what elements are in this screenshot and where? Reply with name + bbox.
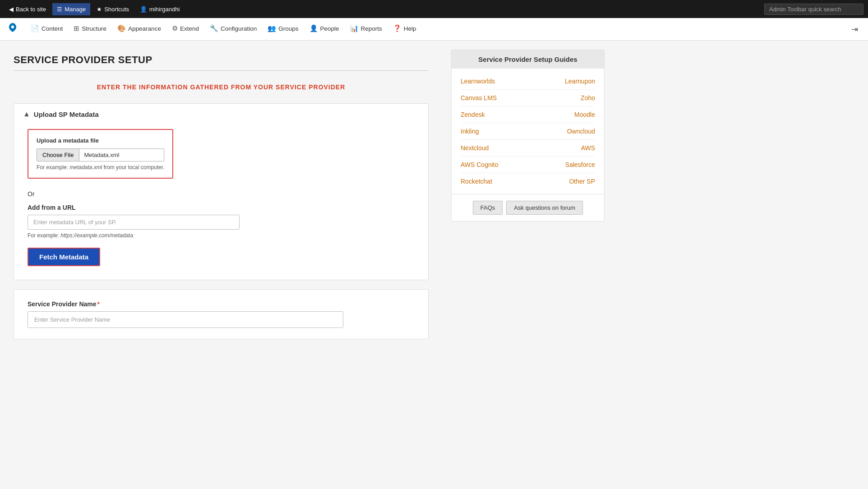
structure-icon: ⊞ — [74, 24, 79, 32]
sidebar-card: Service Provider Setup Guides Learnworld… — [451, 50, 605, 221]
user-button[interactable]: 👤 mihirgandhi — [135, 3, 184, 15]
sidebar-row-4: Nextcloud AWS — [461, 140, 595, 157]
upload-section-card: ▲ Upload SP Metadata Upload a metadata f… — [14, 103, 429, 280]
upload-file-box: Upload a metadata file Choose File Metad… — [28, 129, 173, 179]
admin-search-input[interactable] — [764, 4, 863, 15]
shortcuts-button[interactable]: ★ Shortcuts — [92, 3, 134, 15]
people-icon: 👤 — [309, 24, 318, 32]
nav-bar: 📄 Content ⊞ Structure 🎨 Appearance ⚙ Ext… — [0, 18, 868, 41]
sidebar-row-1: Canvas LMS Zoho — [461, 90, 595, 106]
fetch-metadata-button[interactable]: Fetch Metadata — [28, 248, 100, 266]
appearance-icon: 🎨 — [117, 24, 126, 32]
page-divider — [14, 70, 429, 71]
ask-forum-button[interactable]: Ask questions on forum — [506, 201, 583, 215]
manage-button[interactable]: ☰ Manage — [52, 3, 90, 15]
url-label: Add from a URL — [28, 204, 415, 211]
file-hint: For example: metadata.xml from your loca… — [37, 164, 164, 171]
sidebar-link-learnupon[interactable]: Learnupon — [565, 78, 595, 85]
reports-icon: 📊 — [350, 24, 359, 32]
sidebar-row-2: Zendesk Moodle — [461, 106, 595, 123]
nav-help[interactable]: ❓ Help — [388, 18, 422, 41]
nav-appearance[interactable]: 🎨 Appearance — [112, 18, 166, 41]
choose-file-button[interactable]: Choose File — [37, 149, 79, 161]
upload-file-label: Upload a metadata file — [37, 137, 164, 144]
user-icon: 👤 — [140, 6, 147, 13]
upload-section-header[interactable]: ▲ Upload SP Metadata — [14, 104, 428, 125]
sidebar-link-zendesk[interactable]: Zendesk — [461, 111, 485, 118]
sidebar-title: Service Provider Setup Guides — [452, 50, 604, 69]
back-to-site-button[interactable]: ◀ Back to site — [5, 3, 51, 15]
page-subtitle: ENTER THE INFORMATION GATHERED FROM YOUR… — [14, 83, 429, 91]
nav-extend[interactable]: ⚙ Extend — [166, 18, 204, 41]
sidebar-link-aws[interactable]: AWS — [581, 144, 595, 152]
sidebar-link-learnworlds[interactable]: Learnworlds — [461, 78, 495, 85]
or-text: Or — [28, 190, 415, 198]
sidebar-link-nextcloud[interactable]: Nextcloud — [461, 144, 489, 152]
nav-structure[interactable]: ⊞ Structure — [68, 18, 112, 41]
page-wrapper: SERVICE PROVIDER SETUP ENTER THE INFORMA… — [0, 41, 868, 489]
sp-name-input[interactable] — [28, 311, 343, 328]
sidebar-row-3: Inkling Owncloud — [461, 123, 595, 140]
url-hint: For example: https://example.com/metadat… — [28, 232, 415, 239]
svg-point-0 — [11, 25, 14, 28]
sidebar-links: Learnworlds Learnupon Canvas LMS Zoho Ze… — [452, 69, 604, 194]
collapse-icon: ▲ — [23, 110, 30, 118]
sidebar-row-6: Rocketchat Other SP — [461, 173, 595, 189]
extend-icon: ⚙ — [172, 24, 178, 32]
star-icon: ★ — [97, 6, 102, 13]
main-content: SERVICE PROVIDER SETUP ENTER THE INFORMA… — [0, 41, 442, 489]
help-icon: ❓ — [393, 24, 402, 32]
upload-section-label: Upload SP Metadata — [34, 111, 99, 118]
nav-pin-button[interactable]: ⇥ — [846, 24, 863, 34]
configuration-icon: 🔧 — [210, 24, 218, 32]
nav-content[interactable]: 📄 Content — [25, 18, 68, 41]
sidebar-link-moodle[interactable]: Moodle — [574, 111, 595, 118]
nav-people[interactable]: 👤 People — [304, 18, 345, 41]
file-name-display: Metadata.xml — [79, 149, 164, 161]
sidebar-link-aws-cognito[interactable]: AWS Cognito — [461, 161, 499, 168]
sidebar-link-inkling[interactable]: Inkling — [461, 128, 479, 135]
nav-configuration[interactable]: 🔧 Configuration — [204, 18, 262, 41]
page-title: SERVICE PROVIDER SETUP — [14, 54, 429, 66]
sidebar-link-other-sp[interactable]: Other SP — [569, 178, 595, 185]
sidebar-link-zoho[interactable]: Zoho — [581, 94, 595, 101]
drupal-logo[interactable] — [5, 21, 21, 37]
sidebar-actions: FAQs Ask questions on forum — [452, 194, 604, 221]
nav-groups[interactable]: 👥 Groups — [262, 18, 304, 41]
sidebar: Service Provider Setup Guides Learnworld… — [442, 41, 614, 489]
sidebar-link-owncloud[interactable]: Owncloud — [567, 128, 595, 135]
faqs-button[interactable]: FAQs — [473, 201, 503, 215]
sidebar-row-5: AWS Cognito Salesforce — [461, 157, 595, 173]
upload-section-body: Upload a metadata file Choose File Metad… — [14, 125, 428, 280]
content-icon: 📄 — [31, 24, 39, 32]
back-arrow-icon: ◀ — [9, 6, 14, 13]
sidebar-link-rocketchat[interactable]: Rocketchat — [461, 178, 492, 185]
groups-icon: 👥 — [268, 24, 276, 32]
sp-name-label: Service Provider Name* — [28, 300, 415, 308]
file-input-row: Choose File Metadata.xml — [37, 148, 164, 161]
sidebar-link-canvas-lms[interactable]: Canvas LMS — [461, 94, 497, 101]
sidebar-link-salesforce[interactable]: Salesforce — [565, 161, 595, 168]
sp-name-section-card: Service Provider Name* — [14, 289, 429, 339]
sidebar-row-0: Learnworlds Learnupon — [461, 73, 595, 90]
admin-toolbar: ◀ Back to site ☰ Manage ★ Shortcuts 👤 mi… — [0, 0, 868, 18]
url-input[interactable] — [28, 215, 240, 230]
nav-reports[interactable]: 📊 Reports — [345, 18, 388, 41]
required-star: * — [97, 300, 100, 308]
menu-icon: ☰ — [57, 6, 62, 13]
